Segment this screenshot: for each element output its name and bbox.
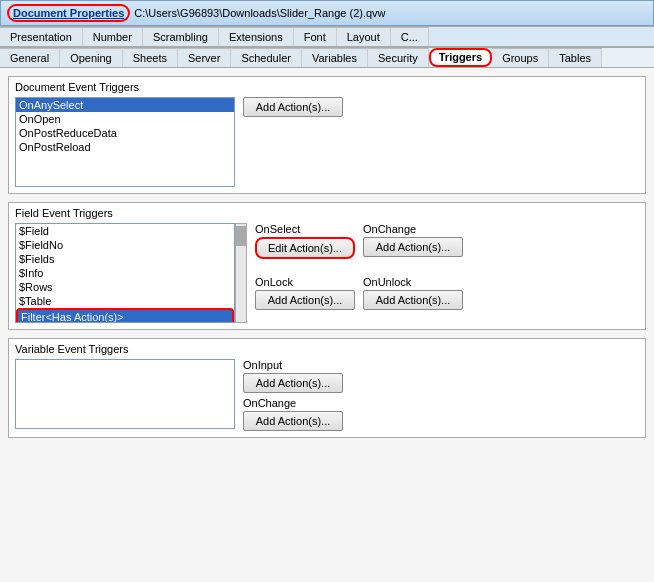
document-event-triggers-section: Document Event Triggers OnAnySelect OnOp… bbox=[8, 76, 646, 194]
tab-number[interactable]: Number bbox=[83, 27, 143, 46]
tab-variables[interactable]: Variables bbox=[302, 48, 368, 67]
scrollbar[interactable] bbox=[235, 223, 247, 323]
list-item[interactable]: OnPostReload bbox=[16, 140, 234, 154]
tab-font[interactable]: Font bbox=[294, 27, 337, 46]
list-item[interactable]: $Rows bbox=[16, 280, 234, 294]
variable-event-triggers-title: Variable Event Triggers bbox=[15, 343, 639, 355]
field-list-wrapper: $Field $FieldNo $Fields $Info $Rows $Tab… bbox=[15, 223, 247, 323]
list-item[interactable]: $Field bbox=[16, 224, 234, 238]
field-action-grid: OnSelect Edit Action(s)... OnChange Add … bbox=[255, 223, 463, 323]
main-content: Document Event Triggers OnAnySelect OnOp… bbox=[0, 68, 654, 582]
tab-more[interactable]: C... bbox=[391, 27, 429, 46]
variable-actions: OnInput Add Action(s)... OnChange Add Ac… bbox=[243, 359, 343, 431]
add-actions-button-onunlock[interactable]: Add Action(s)... bbox=[363, 290, 463, 310]
variable-event-listbox[interactable] bbox=[15, 359, 235, 429]
onchange-cell: OnChange Add Action(s)... bbox=[363, 223, 463, 272]
variable-event-triggers-section: Variable Event Triggers OnInput Add Acti… bbox=[8, 338, 646, 438]
tab-scheduler[interactable]: Scheduler bbox=[231, 48, 302, 67]
variable-event-triggers-body: OnInput Add Action(s)... OnChange Add Ac… bbox=[15, 359, 639, 431]
tab-sheets[interactable]: Sheets bbox=[123, 48, 178, 67]
tab-presentation[interactable]: Presentation bbox=[0, 27, 83, 46]
document-properties-label: Document Properties bbox=[7, 4, 130, 22]
list-item[interactable]: $Info bbox=[16, 266, 234, 280]
add-actions-button-onchange-field[interactable]: Add Action(s)... bbox=[363, 237, 463, 257]
add-actions-button-onlock[interactable]: Add Action(s)... bbox=[255, 290, 355, 310]
tab-row-2: General Opening Sheets Server Scheduler … bbox=[0, 47, 654, 68]
list-item[interactable]: $Fields bbox=[16, 252, 234, 266]
document-event-listbox[interactable]: OnAnySelect OnOpen OnPostReduceData OnPo… bbox=[15, 97, 235, 187]
oninput-label: OnInput bbox=[243, 359, 343, 371]
title-path: C:\Users\G96893\Downloads\Slider_Range (… bbox=[134, 7, 385, 19]
tab-groups[interactable]: Groups bbox=[492, 48, 549, 67]
document-event-triggers-body: OnAnySelect OnOpen OnPostReduceData OnPo… bbox=[15, 97, 639, 187]
onlock-cell: OnLock Add Action(s)... bbox=[255, 276, 355, 323]
var-onchange-cell: OnChange Add Action(s)... bbox=[243, 397, 343, 431]
list-item[interactable]: OnPostReduceData bbox=[16, 126, 234, 140]
tab-scrambling[interactable]: Scrambling bbox=[143, 27, 219, 46]
tab-row-1: Presentation Number Scrambling Extension… bbox=[0, 26, 654, 47]
tab-tables[interactable]: Tables bbox=[549, 48, 602, 67]
add-actions-button-doc[interactable]: Add Action(s)... bbox=[243, 97, 343, 117]
field-event-listbox[interactable]: $Field $FieldNo $Fields $Info $Rows $Tab… bbox=[15, 223, 235, 323]
onchange-label: OnChange bbox=[363, 223, 463, 235]
field-event-triggers-body: $Field $FieldNo $Fields $Info $Rows $Tab… bbox=[15, 223, 639, 323]
onunlock-label: OnUnlock bbox=[363, 276, 463, 288]
scrollbar-thumb[interactable] bbox=[236, 226, 246, 246]
tab-layout[interactable]: Layout bbox=[337, 27, 391, 46]
list-item[interactable]: $Table bbox=[16, 294, 234, 308]
title-bar: Document Properties C:\Users\G96893\Down… bbox=[0, 0, 654, 26]
oninput-cell: OnInput Add Action(s)... bbox=[243, 359, 343, 393]
tab-server[interactable]: Server bbox=[178, 48, 231, 67]
tab-extensions[interactable]: Extensions bbox=[219, 27, 294, 46]
var-onchange-label: OnChange bbox=[243, 397, 343, 409]
onlock-label: OnLock bbox=[255, 276, 355, 288]
list-item-filterhasactions[interactable]: Filter<Has Action(s)> bbox=[16, 308, 234, 323]
edit-actions-button-field[interactable]: Edit Action(s)... bbox=[255, 237, 355, 259]
onselect-cell: OnSelect Edit Action(s)... bbox=[255, 223, 355, 272]
list-item[interactable]: OnOpen bbox=[16, 112, 234, 126]
tab-triggers[interactable]: Triggers bbox=[429, 48, 492, 67]
field-event-triggers-title: Field Event Triggers bbox=[15, 207, 639, 219]
add-actions-button-var-onchange[interactable]: Add Action(s)... bbox=[243, 411, 343, 431]
document-event-triggers-title: Document Event Triggers bbox=[15, 81, 639, 93]
tab-security[interactable]: Security bbox=[368, 48, 429, 67]
add-actions-button-oninput[interactable]: Add Action(s)... bbox=[243, 373, 343, 393]
onselect-label: OnSelect bbox=[255, 223, 355, 235]
list-item[interactable]: OnAnySelect bbox=[16, 98, 234, 112]
list-item[interactable]: $FieldNo bbox=[16, 238, 234, 252]
tab-general[interactable]: General bbox=[0, 48, 60, 67]
tab-opening[interactable]: Opening bbox=[60, 48, 123, 67]
onunlock-cell: OnUnlock Add Action(s)... bbox=[363, 276, 463, 323]
field-event-triggers-section: Field Event Triggers $Field $FieldNo $Fi… bbox=[8, 202, 646, 330]
